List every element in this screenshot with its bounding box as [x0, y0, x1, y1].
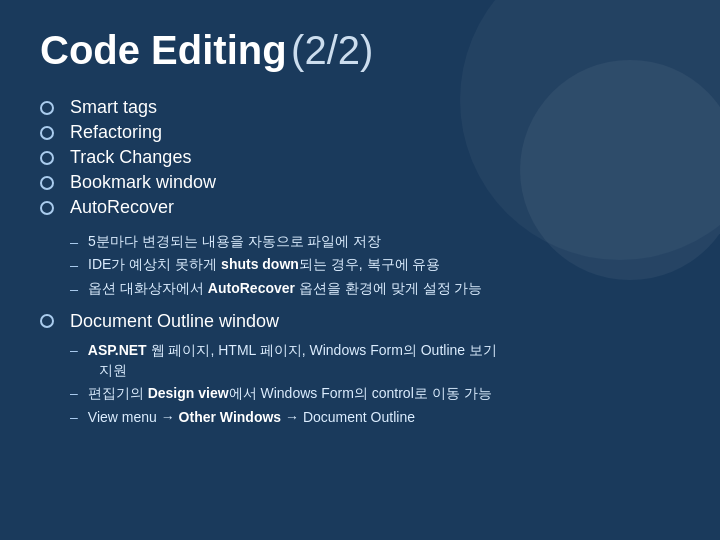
sub-dash: – — [70, 255, 78, 275]
sub-item-text: 편집기의 Design view에서 Windows Form의 control… — [88, 383, 492, 403]
page-title-sub: (2/2) — [291, 28, 373, 72]
document-outline-sub-list: – ASP.NET 웹 페이지, HTML 페이지, Windows Form의… — [70, 340, 680, 427]
bullet-icon — [40, 151, 54, 165]
section-label: Document Outline window — [70, 311, 279, 332]
list-item: Bookmark window — [40, 172, 680, 193]
bold-design-view: Design view — [148, 385, 229, 401]
page-title-main: Code Editing — [40, 28, 287, 72]
list-item: – 편집기의 Design view에서 Windows Form의 contr… — [70, 383, 680, 403]
bullet-label: AutoRecover — [70, 197, 174, 218]
main-bullet-list: Smart tags Refactoring Track Changes Boo… — [40, 97, 680, 218]
list-item: AutoRecover — [40, 197, 680, 218]
bullet-label: Refactoring — [70, 122, 162, 143]
bullet-label: Bookmark window — [70, 172, 216, 193]
bold-autorecover: AutoRecover — [208, 280, 295, 296]
sub-dash: – — [70, 407, 78, 427]
bullet-icon — [40, 176, 54, 190]
sub-dash: – — [70, 340, 78, 360]
sub-item-text: 5분마다 변경되는 내용을 자동으로 파일에 저장 — [88, 232, 381, 252]
list-item: – IDE가 예상치 못하게 shuts down되는 경우, 복구에 유용 — [70, 255, 680, 275]
list-item: – 5분마다 변경되는 내용을 자동으로 파일에 저장 — [70, 232, 680, 252]
sub-dash: – — [70, 232, 78, 252]
list-item: Refactoring — [40, 122, 680, 143]
bullet-icon — [40, 101, 54, 115]
section-bullet: Document Outline window — [40, 311, 680, 332]
bullet-label: Smart tags — [70, 97, 157, 118]
bullet-icon — [40, 201, 54, 215]
list-item: Track Changes — [40, 147, 680, 168]
autorecover-sub-list: – 5분마다 변경되는 내용을 자동으로 파일에 저장 – IDE가 예상치 못… — [70, 232, 680, 299]
list-item: – 옵션 대화상자에서 AutoRecover 옵션을 환경에 맞게 설정 가능 — [70, 279, 680, 299]
sub-item-text: View menu → Other Windows → Document Out… — [88, 407, 415, 427]
sub-item-text: ASP.NET 웹 페이지, HTML 페이지, Windows Form의 O… — [88, 340, 497, 381]
list-item: Smart tags — [40, 97, 680, 118]
sub-item-text: 옵션 대화상자에서 AutoRecover 옵션을 환경에 맞게 설정 가능 — [88, 279, 482, 299]
bold-other-windows: Other Windows — [179, 409, 282, 425]
sub-dash: – — [70, 383, 78, 403]
bold-aspnet: ASP.NET — [88, 342, 147, 358]
sub-dash: – — [70, 279, 78, 299]
list-item: – View menu → Other Windows → Document O… — [70, 407, 680, 427]
bold-shuts-down: shuts down — [221, 256, 299, 272]
sub-item-text: IDE가 예상치 못하게 shuts down되는 경우, 복구에 유용 — [88, 255, 440, 275]
list-item: – ASP.NET 웹 페이지, HTML 페이지, Windows Form의… — [70, 340, 680, 381]
bullet-label: Track Changes — [70, 147, 191, 168]
title-area: Code Editing (2/2) — [40, 28, 680, 73]
bullet-icon — [40, 314, 54, 328]
bullet-icon — [40, 126, 54, 140]
